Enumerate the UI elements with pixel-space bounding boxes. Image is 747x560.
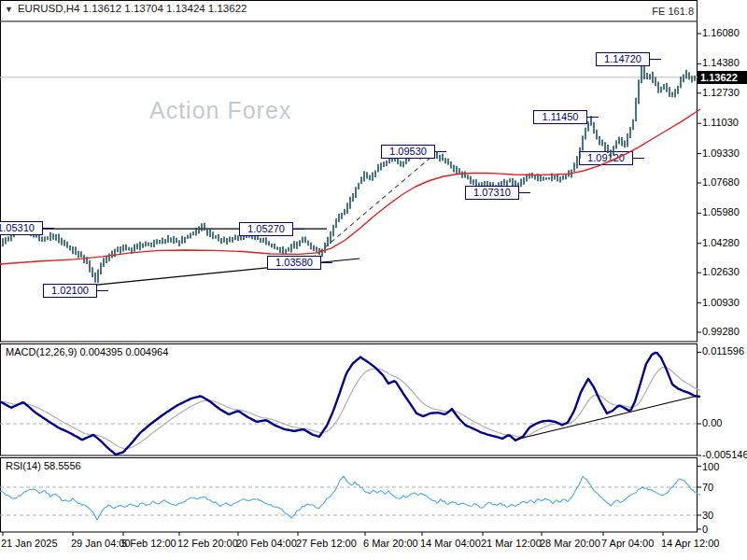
price-annotation[interactable]: 1.05310 — [0, 221, 43, 235]
price-axis-label: 1.07680 — [702, 176, 740, 188]
date-label: 12 Feb 20:00 — [177, 538, 238, 549]
macd-axis-label: 0.011596 — [702, 345, 744, 357]
annotation-connector — [434, 151, 446, 152]
rsi-indicator-label: RSI(14) 58.5556 — [6, 460, 81, 471]
annotation-connector — [42, 228, 54, 229]
annotation-connector — [96, 290, 108, 291]
price-annotation[interactable]: 1.14720 — [596, 52, 650, 66]
rsi-axis-label: 100 — [702, 461, 719, 472]
macd-indicator-label: MACD(12,26,9) 0.004395 0.004964 — [6, 346, 168, 357]
date-label: 20 Feb 04:00 — [236, 538, 297, 549]
price-axis-label: 1.00930 — [702, 297, 740, 308]
price-annotation[interactable]: 1.09530 — [381, 145, 435, 159]
current-price-badge: 1.13622 — [698, 71, 747, 84]
annotation-connector — [320, 262, 332, 263]
date-label: 27 Feb 12:00 — [296, 538, 357, 549]
annotation-connector — [518, 192, 530, 193]
annotation-connector — [649, 59, 661, 60]
date-label: 21 Jan 2025 — [1, 538, 58, 549]
price-axis-label: 1.04280 — [702, 237, 740, 248]
price-axis-label: 1.16080 — [702, 27, 740, 38]
macd-axis-label: 0.00 — [702, 417, 722, 428]
date-label: 28 Mar 20:00 — [540, 538, 600, 549]
date-label: 21 Mar 12:00 — [481, 538, 542, 549]
dropdown-icon: ▼ — [5, 5, 13, 14]
date-label: 5 Feb 12:00 — [121, 538, 176, 549]
chart-window: ▼EURUSD,H4 1.13612 1.13704 1.13424 1.136… — [0, 0, 747, 560]
price-axis-label: 1.11030 — [702, 117, 739, 128]
rsi-axis-label: 0 — [702, 524, 708, 535]
price-annotation[interactable]: 1.07310 — [465, 186, 519, 200]
macd-axis-label: -0.005146 — [702, 449, 747, 460]
date-label: 7 Apr 04:00 — [601, 538, 654, 549]
fibonacci-extension-label: FE 161.8 — [652, 6, 694, 17]
price-axis-label: 0.99280 — [702, 326, 740, 337]
price-axis-label: 1.05980 — [702, 206, 740, 217]
date-label: 14 Mar 04:00 — [420, 538, 481, 549]
annotation-connector — [586, 117, 599, 118]
price-annotation[interactable]: 1.03580 — [267, 256, 321, 270]
price-axis-label: 1.02630 — [702, 266, 740, 277]
price-annotation[interactable]: 1.11450 — [533, 110, 587, 124]
rsi-axis-label: 70 — [702, 482, 713, 493]
annotation-connector — [292, 229, 304, 230]
rsi-axis-label: 30 — [702, 510, 713, 521]
symbol-title-text: EURUSD,H4 1.13612 1.13704 1.13424 1.1362… — [18, 3, 247, 14]
price-annotation[interactable]: 1.05270 — [239, 222, 293, 236]
price-annotation[interactable]: 1.02100 — [43, 284, 97, 298]
date-label: 14 Apr 12:00 — [661, 538, 719, 549]
date-label: 6 Mar 20:00 — [363, 538, 418, 549]
price-axis-label: 1.09330 — [702, 147, 740, 159]
chart-canvas[interactable] — [0, 0, 747, 560]
price-axis-label: 1.14380 — [702, 57, 740, 68]
price-axis-label: 1.12730 — [702, 87, 740, 98]
symbol-title: ▼EURUSD,H4 1.13612 1.13704 1.13424 1.136… — [5, 3, 247, 14]
